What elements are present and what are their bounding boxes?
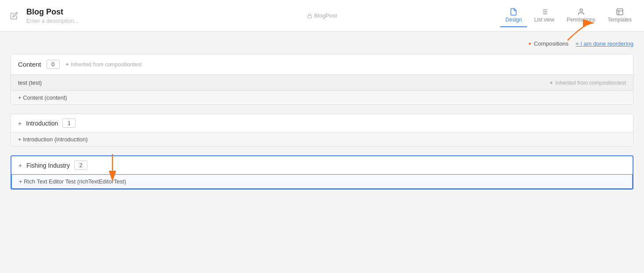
- svg-rect-0: [308, 15, 311, 18]
- test-row-inherited: ✦ Inherited from compositiontest: [549, 80, 626, 86]
- test-row-label: test (test): [18, 79, 42, 86]
- add-fishing-row[interactable]: + Rich Text Editor Test (richTextEditorT…: [11, 174, 633, 189]
- header-title-area: Blog Post Enter a description...: [26, 7, 500, 24]
- introduction-plus-icon: +: [18, 120, 22, 127]
- introduction-header: + Introduction 1: [11, 114, 633, 132]
- action-bar: ✦ Compositions + I am done reordering: [11, 40, 633, 47]
- introduction-section: + Introduction 1 + Introduction (introdu…: [11, 114, 633, 147]
- svg-rect-8: [617, 9, 623, 15]
- nav-templates[interactable]: Templates: [602, 4, 637, 27]
- compositions-button[interactable]: ✦ Compositions: [528, 40, 568, 47]
- introduction-badge: 1: [62, 119, 76, 128]
- edit-icon[interactable]: [7, 9, 21, 23]
- header-nav: Design List view Permissions Templates: [500, 4, 637, 27]
- test-row: test (test) ✦ Inherited from composition…: [11, 75, 633, 90]
- svg-point-7: [580, 9, 582, 11]
- done-reordering-button[interactable]: + I am done reordering: [575, 40, 633, 47]
- fishing-industry-badge: 2: [74, 161, 87, 170]
- nav-list-view[interactable]: List view: [529, 4, 560, 27]
- add-introduction-row[interactable]: + Introduction (introduction): [11, 132, 633, 146]
- content-section: Content 0 ✦ Inherited from compositionte…: [11, 54, 633, 105]
- add-content-row[interactable]: + Content (content): [11, 90, 633, 104]
- introduction-title: Introduction: [26, 120, 58, 127]
- content-title: Content: [18, 61, 41, 68]
- fishing-industry-header: + Fishing Industry 2: [11, 156, 633, 174]
- content-inherited: ✦ Inherited from compositiontest: [65, 61, 142, 68]
- nav-design[interactable]: Design: [500, 4, 527, 27]
- content-header: Content 0 ✦ Inherited from compositionte…: [11, 54, 633, 75]
- main-content: ✦ Compositions + I am done reordering Co…: [0, 32, 644, 207]
- page-description: Enter a description...: [26, 18, 500, 24]
- nav-permissions[interactable]: Permissions: [561, 4, 601, 27]
- fishing-industry-title: Fishing Industry: [26, 162, 70, 169]
- fishing-industry-plus-icon: +: [18, 162, 22, 169]
- page-title: Blog Post: [26, 7, 500, 17]
- blogpost-badge: BlogPost: [307, 12, 337, 19]
- content-badge: 0: [47, 60, 60, 69]
- fishing-industry-section: + Fishing Industry 2 + Rich Text Editor …: [11, 155, 633, 190]
- header: Blog Post Enter a description... BlogPos…: [0, 0, 644, 32]
